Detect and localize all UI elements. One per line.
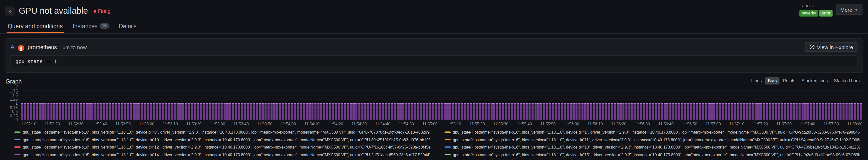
query-header-row: A prometheus 6m to now View in: [10, 43, 858, 51]
x-tick-label: 11:53:10: [163, 122, 178, 127]
legend-item[interactable]: gpu_state{Hostname="sysqa-ins-b16", bios…: [445, 137, 860, 142]
graph-style-bars[interactable]: Bars: [765, 77, 780, 84]
graph-header-row: Graph LinesBarsPointsStacked linesStacke…: [5, 77, 863, 84]
query-ref-id: A: [10, 44, 14, 50]
y-axis: 21.751.51.2510.750.50.250: [5, 87, 19, 120]
x-tick-label: 11:56:40: [658, 122, 674, 127]
series-color-dash-icon: [445, 139, 451, 141]
alert-state-badge: Firing: [93, 8, 111, 14]
back-button[interactable]: ‹: [5, 7, 14, 15]
series-color-dash-icon: [445, 154, 451, 156]
alert-state-text: Firing: [98, 8, 111, 14]
x-tick-label: 11:58:00: [847, 122, 863, 127]
x-tick-label: 11:53:20: [186, 122, 202, 127]
x-tick-label: 11:56:30: [635, 122, 650, 127]
legend-item[interactable]: gpu_state{Hostname="sysqa-ins-b16", bios…: [445, 152, 860, 157]
tab-instances[interactable]: Instances16: [68, 19, 113, 33]
plot-area[interactable]: [21, 87, 863, 120]
labels-section: Labels severityerror: [800, 3, 833, 16]
x-tick-label: 11:52:20: [45, 122, 60, 127]
x-tick-label: 11:55:20: [470, 122, 485, 127]
tab-query-and-conditions[interactable]: Query and conditions: [3, 19, 67, 33]
page-title: GPU not available: [19, 6, 88, 16]
x-tick-label: 11:54:20: [328, 122, 343, 127]
x-tick-label: 11:55:50: [540, 122, 556, 127]
legend-item[interactable]: gpu_state{Hostname="sysqa-ins-b16", bios…: [14, 145, 430, 150]
firing-dot-icon: [93, 10, 96, 12]
x-tick-label: 11:54:40: [375, 122, 391, 127]
tab-label: Query and conditions: [8, 23, 63, 29]
graph-style-lines[interactable]: Lines: [748, 77, 765, 84]
view-in-explore-button[interactable]: View in Explore: [805, 42, 858, 52]
series-label: gpu_state{Hostname="sysqa-ins-b16", bios…: [23, 152, 430, 157]
expression-metric: gpu_state: [16, 58, 42, 64]
gridline: [21, 86, 863, 87]
series-label: gpu_state{Hostname="sysqa-ins-b16", bios…: [23, 137, 430, 142]
explore-button-label: View in Explore: [817, 44, 853, 50]
compass-icon: [809, 44, 814, 50]
timeseries-chart[interactable]: 21.751.51.2510.750.50.250: [5, 87, 863, 120]
x-tick-label: 11:52:10: [21, 122, 36, 127]
series-color-dash-icon: [445, 147, 451, 148]
x-tick-label: 11:52:30: [68, 122, 84, 127]
gridline: [21, 90, 863, 91]
legend-item[interactable]: gpu_state{Hostname="sysqa-ins-b16", bios…: [445, 130, 860, 135]
chevron-down-icon: ▼: [855, 8, 858, 12]
legend-item[interactable]: gpu_state{Hostname="sysqa-ins-b16", bios…: [14, 137, 430, 142]
expression-value: 1: [54, 58, 57, 64]
series-label: gpu_state{Hostname="sysqa-ins-b16", bios…: [453, 130, 860, 135]
graph-style-stacked-bars[interactable]: Stacked bars: [831, 77, 863, 84]
tab-label: Details: [119, 23, 136, 29]
graph-panel: Graph LinesBarsPointsStacked linesStacke…: [5, 77, 863, 157]
x-tick-label: 11:57:10: [729, 122, 744, 127]
x-tick-label: 11:53:00: [139, 122, 154, 127]
x-tick-label: 11:57:00: [706, 122, 721, 127]
x-tick-label: 11:57:50: [824, 122, 839, 127]
series-label: gpu_state{Hostname="sysqa-ins-b16", bios…: [453, 152, 860, 157]
query-expression-input[interactable]: gpu_state==1: [10, 55, 858, 68]
gpu-state-bars: [21, 103, 863, 120]
labels-caption: Labels: [800, 3, 833, 8]
x-tick-label: 11:57:40: [800, 122, 815, 127]
gridline: [21, 99, 863, 99]
prometheus-icon: [18, 44, 25, 50]
page-header: ‹ GPU not available Firing Labels severi…: [0, 0, 868, 19]
x-tick-label: 11:55:40: [517, 122, 532, 127]
x-tick-label: 11:54:00: [281, 122, 296, 127]
x-tick-label: 11:56:10: [588, 122, 603, 127]
x-tick-label: 11:54:30: [351, 122, 367, 127]
instances-count-badge: 16: [100, 23, 108, 29]
graph-style-points[interactable]: Points: [780, 77, 798, 84]
expression-operator: ==: [45, 58, 51, 64]
series-color-dash-icon: [14, 139, 21, 141]
graph-style-switcher: LinesBarsPointsStacked linesStacked bars: [748, 77, 863, 84]
tab-label: Instances: [73, 23, 98, 29]
series-color-dash-icon: [14, 131, 21, 133]
more-button[interactable]: More ▼: [836, 4, 863, 15]
legend-item[interactable]: gpu_state{Hostname="sysqa-ins-b16", bios…: [14, 152, 430, 157]
x-tick-label: 11:55:30: [493, 122, 508, 127]
x-tick-label: 11:54:10: [304, 122, 319, 127]
query-panel: A prometheus 6m to now View in: [5, 38, 863, 73]
datasource-name: prometheus: [28, 44, 57, 50]
x-tick-label: 11:57:20: [753, 122, 768, 127]
series-color-dash-icon: [14, 147, 21, 148]
query-time-range: 6m to now: [62, 44, 87, 50]
legend-item[interactable]: gpu_state{Hostname="sysqa-ins-b16", bios…: [445, 145, 860, 150]
tab-details[interactable]: Details: [115, 19, 141, 33]
more-button-label: More: [840, 7, 852, 13]
tab-bar: Query and conditionsInstances16Details: [0, 19, 868, 34]
x-tick-label: 11:53:40: [234, 122, 249, 127]
x-tick-label: 11:55:10: [446, 122, 461, 127]
x-tick-label: 11:56:20: [611, 122, 626, 127]
x-tick-label: 11:53:30: [210, 122, 225, 127]
chart-legend: gpu_state{Hostname="sysqa-ins-b16", bios…: [14, 130, 860, 157]
graph-style-stacked-lines[interactable]: Stacked lines: [799, 77, 831, 84]
x-tick-label: 11:53:50: [257, 122, 272, 127]
y-tick-label: 0: [16, 117, 18, 122]
series-label: gpu_state{Hostname="sysqa-ins-b16", bios…: [453, 145, 860, 150]
series-label: gpu_state{Hostname="sysqa-ins-b16", bios…: [23, 145, 430, 150]
legend-item[interactable]: gpu_state{Hostname="sysqa-ins-b16", bios…: [14, 130, 430, 135]
x-tick-label: 11:55:00: [423, 122, 438, 127]
graph-title: Graph: [5, 78, 22, 84]
